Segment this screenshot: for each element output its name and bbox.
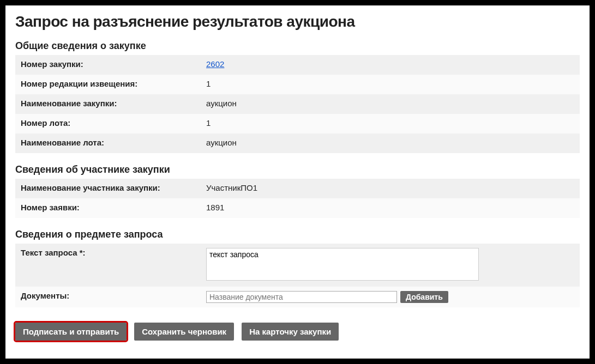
add-document-button[interactable]: Добавить bbox=[400, 291, 448, 303]
purchase-name-value: аукцион bbox=[206, 99, 574, 108]
purchase-number-link[interactable]: 2602 bbox=[206, 59, 224, 69]
lot-number-label: Номер лота: bbox=[21, 118, 206, 128]
application-number-value: 1891 bbox=[206, 203, 574, 212]
lot-name-value: аукцион bbox=[206, 138, 574, 147]
row-lot-name: Наименование лота: аукцион bbox=[15, 134, 580, 153]
section-participant: Сведения об участнике закупки Наименован… bbox=[15, 164, 580, 218]
section-general-heading: Общие сведения о закупке bbox=[15, 40, 580, 52]
row-documents: Документы: Добавить bbox=[15, 287, 580, 307]
purchase-number-label: Номер закупки: bbox=[21, 59, 206, 69]
to-card-button[interactable]: На карточку закупки bbox=[242, 323, 339, 341]
section-request: Сведения о предмете запроса Текст запрос… bbox=[15, 229, 580, 307]
documents-label: Документы: bbox=[21, 291, 206, 300]
row-request-text: Текст запроса *: bbox=[15, 244, 580, 287]
sign-and-send-button[interactable]: Подписать и отправить bbox=[15, 323, 127, 341]
document-name-input[interactable] bbox=[206, 291, 397, 303]
edition-number-value: 1 bbox=[206, 79, 574, 88]
row-application-number: Номер заявки: 1891 bbox=[15, 198, 580, 218]
row-purchase-number: Номер закупки: 2602 bbox=[15, 55, 580, 75]
save-draft-button[interactable]: Сохранить черновик bbox=[134, 323, 234, 341]
lot-number-value: 1 bbox=[206, 118, 574, 128]
action-bar: Подписать и отправить Сохранить черновик… bbox=[15, 323, 580, 341]
participant-name-value: УчастникПО1 bbox=[206, 183, 574, 192]
purchase-name-label: Наименование закупки: bbox=[21, 99, 206, 108]
section-participant-heading: Сведения об участнике закупки bbox=[15, 164, 580, 175]
section-general: Общие сведения о закупке Номер закупки: … bbox=[15, 40, 580, 153]
edition-number-label: Номер редакции извещения: bbox=[21, 79, 206, 88]
lot-name-label: Наименование лота: bbox=[21, 138, 206, 147]
request-text-input[interactable] bbox=[206, 248, 479, 281]
section-request-heading: Сведения о предмете запроса bbox=[15, 229, 580, 240]
row-edition-number: Номер редакции извещения: 1 bbox=[15, 75, 580, 94]
participant-name-label: Наименование участника закупки: bbox=[21, 183, 206, 192]
page-title: Запрос на разъяснение результатов аукцио… bbox=[15, 13, 580, 31]
row-lot-number: Номер лота: 1 bbox=[15, 114, 580, 134]
page-container: Запрос на разъяснение результатов аукцио… bbox=[5, 5, 590, 359]
row-participant-name: Наименование участника закупки: Участник… bbox=[15, 179, 580, 198]
application-number-label: Номер заявки: bbox=[21, 203, 206, 212]
row-purchase-name: Наименование закупки: аукцион bbox=[15, 94, 580, 114]
request-text-label: Текст запроса *: bbox=[21, 248, 206, 257]
